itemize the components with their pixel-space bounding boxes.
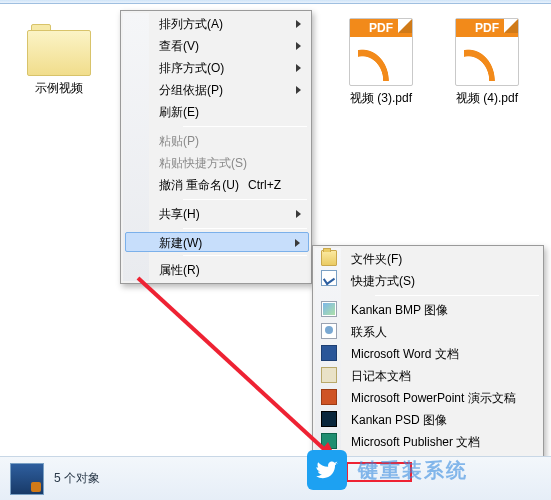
submenu-diary[interactable]: 日记本文档 bbox=[345, 365, 541, 387]
submenu-psd[interactable]: Kankan PSD 图像 bbox=[345, 409, 541, 431]
file-label: 视频 (3).pdf bbox=[336, 90, 426, 107]
file-label: 视频 (4).pdf bbox=[442, 90, 532, 107]
submenu-bmp[interactable]: Kankan BMP 图像 bbox=[345, 299, 541, 321]
folder-label: 示例视频 bbox=[14, 80, 104, 97]
menu-undo-rename[interactable]: 撤消 重命名(U)Ctrl+Z bbox=[153, 174, 309, 196]
pdf-file-1[interactable]: PDF 视频 (3).pdf bbox=[336, 18, 426, 107]
folder-item[interactable]: 示例视频 bbox=[14, 24, 104, 97]
menu-arrange[interactable]: 排列方式(A) bbox=[153, 13, 309, 35]
pub-icon bbox=[321, 433, 337, 449]
explorer-content-area[interactable]: 示例视频 PDF 视频 (3).pdf PDF 视频 (4).pdf 排列方式(… bbox=[0, 6, 551, 456]
pdf-file-2[interactable]: PDF 视频 (4).pdf bbox=[442, 18, 532, 107]
submenu-pub[interactable]: Microsoft Publisher 文档 bbox=[345, 431, 541, 453]
pdf-icon: PDF bbox=[349, 18, 413, 86]
submenu-contact[interactable]: 联系人 bbox=[345, 321, 541, 343]
diary-icon bbox=[321, 367, 337, 383]
bmp-icon bbox=[321, 301, 337, 317]
status-text: 5 个对象 bbox=[54, 470, 100, 487]
menu-paste-shortcut: 粘贴快捷方式(S) bbox=[153, 152, 309, 174]
shortcut-text: Ctrl+Z bbox=[248, 174, 281, 196]
chevron-right-icon bbox=[296, 64, 301, 72]
menu-refresh[interactable]: 刷新(E) bbox=[153, 101, 309, 123]
menu-separator bbox=[183, 255, 307, 256]
chevron-right-icon bbox=[295, 239, 300, 247]
menu-separator bbox=[183, 199, 307, 200]
psd-icon bbox=[321, 411, 337, 427]
submenu-ppt[interactable]: Microsoft PowerPoint 演示文稿 bbox=[345, 387, 541, 409]
menu-share[interactable]: 共享(H) bbox=[153, 203, 309, 225]
pdf-icon: PDF bbox=[455, 18, 519, 86]
ppt-icon bbox=[321, 389, 337, 405]
menu-separator bbox=[183, 126, 307, 127]
menu-sort[interactable]: 排序方式(O) bbox=[153, 57, 309, 79]
folder-icon bbox=[321, 250, 337, 266]
menu-paste: 粘贴(P) bbox=[153, 130, 309, 152]
menu-separator bbox=[375, 295, 539, 296]
context-menu: 排列方式(A) 查看(V) 排序方式(O) 分组依据(P) 刷新(E) 粘贴(P… bbox=[120, 10, 312, 284]
menu-group[interactable]: 分组依据(P) bbox=[153, 79, 309, 101]
menu-new[interactable]: 新建(W) bbox=[125, 232, 309, 252]
shortcut-icon bbox=[321, 270, 337, 286]
status-bar: 5 个对象 bbox=[0, 456, 551, 500]
twitter-overlay-icon bbox=[307, 450, 347, 490]
contact-icon bbox=[321, 323, 337, 339]
folder-icon bbox=[27, 24, 91, 76]
menu-separator bbox=[183, 228, 307, 229]
submenu-folder[interactable]: 文件夹(F) bbox=[345, 248, 541, 270]
menu-view[interactable]: 查看(V) bbox=[153, 35, 309, 57]
window-top-chrome bbox=[0, 0, 551, 4]
chevron-right-icon bbox=[296, 86, 301, 94]
word-icon bbox=[321, 345, 337, 361]
menu-properties[interactable]: 属性(R) bbox=[153, 259, 309, 281]
chevron-right-icon bbox=[296, 20, 301, 28]
chevron-right-icon bbox=[296, 210, 301, 218]
submenu-word[interactable]: Microsoft Word 文档 bbox=[345, 343, 541, 365]
status-thumb-icon bbox=[10, 463, 44, 495]
submenu-shortcut[interactable]: 快捷方式(S) bbox=[345, 270, 541, 292]
chevron-right-icon bbox=[296, 42, 301, 50]
